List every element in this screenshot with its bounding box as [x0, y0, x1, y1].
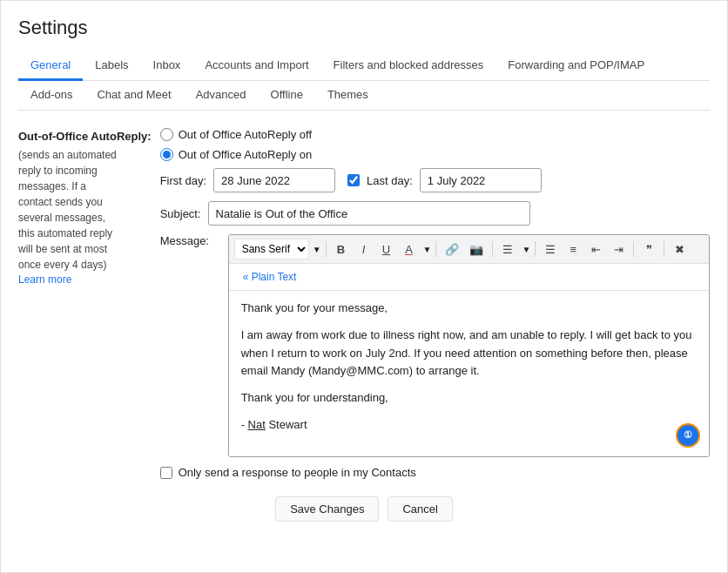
radio-on-row: Out of Office AutoReply on: [160, 148, 710, 161]
tab-labels[interactable]: Labels: [83, 51, 140, 81]
last-day-input[interactable]: [420, 168, 542, 192]
plain-text-link[interactable]: « Plain Text: [236, 267, 304, 286]
font-size-dropdown: ▼: [313, 245, 321, 254]
image-button[interactable]: 📷: [465, 239, 488, 260]
save-row: Save Changes Cancel: [18, 491, 710, 522]
page-title: Settings: [18, 17, 710, 39]
last-day-checkbox[interactable]: [347, 174, 360, 186]
editor-body[interactable]: Thank you for your message, I am away fr…: [229, 291, 709, 456]
radio-on-label: Out of Office AutoReply on: [179, 148, 313, 161]
font-color-button[interactable]: A: [399, 239, 420, 260]
section-label-block: Out-of-Office AutoReply: (sends an autom…: [18, 128, 160, 286]
learn-more-link[interactable]: Learn more: [18, 273, 71, 286]
dates-row: First day: Last day:: [160, 168, 710, 192]
save-button[interactable]: Save Changes: [275, 496, 379, 522]
last-day-label: Last day:: [367, 174, 413, 187]
tab-addons[interactable]: Add-ons: [18, 81, 84, 111]
section-content: Out of Office AutoReply off Out of Offic…: [160, 128, 710, 491]
only-contacts-checkbox[interactable]: [160, 467, 172, 479]
sep2: [435, 241, 436, 257]
tab-forwarding[interactable]: Forwarding and POP/IMAP: [495, 51, 657, 81]
first-day-group: First day:: [160, 168, 335, 192]
italic-button[interactable]: I: [354, 239, 374, 260]
radio-off[interactable]: [160, 128, 173, 141]
message-section: Message: Sans Serif ▼ B I U A ▼: [160, 234, 710, 457]
message-sig: - Nat Stewart: [241, 416, 697, 435]
last-day-group: Last day:: [347, 168, 542, 192]
font-family-select[interactable]: Sans Serif: [234, 239, 309, 260]
align-dropdown: ▼: [522, 245, 530, 254]
tab-accounts-import[interactable]: Accounts and Import: [192, 51, 320, 81]
tab-chat-meet[interactable]: Chat and Meet: [84, 81, 183, 111]
message-p3: Thank you for understanding,: [241, 389, 697, 408]
out-of-office-section: Out-of-Office AutoReply: (sends an autom…: [18, 128, 710, 491]
sig-name: Nat: [248, 418, 266, 431]
clear-format-button[interactable]: ✖: [669, 239, 690, 260]
bold-button[interactable]: B: [331, 239, 352, 260]
tab-themes[interactable]: Themes: [315, 81, 381, 111]
subject-label: Subject:: [160, 207, 201, 220]
message-label: Message:: [160, 234, 221, 247]
tab-general[interactable]: General: [18, 51, 83, 81]
radio-off-label: Out of Office AutoReply off: [179, 128, 312, 141]
only-contacts-row: Only send a response to people in my Con…: [160, 466, 710, 479]
subject-input[interactable]: [208, 201, 530, 226]
first-day-label: First day:: [160, 174, 206, 187]
subject-row: Subject:: [160, 201, 710, 226]
link-button[interactable]: 🔗: [441, 239, 463, 260]
indent-more-button[interactable]: ⇥: [608, 239, 629, 260]
sep4: [535, 241, 536, 257]
underline-button[interactable]: U: [376, 239, 397, 260]
sep6: [664, 241, 664, 257]
tabs-row2: Add-ons Chat and Meet Advanced Offline T…: [18, 81, 710, 111]
message-p1: Thank you for your message,: [241, 300, 697, 318]
only-contacts-label: Only send a response to people in my Con…: [179, 466, 416, 479]
cancel-button[interactable]: Cancel: [388, 496, 452, 522]
ul-button[interactable]: ≡: [563, 239, 583, 260]
tab-inbox[interactable]: Inbox: [141, 51, 193, 81]
section-label: Out-of-Office AutoReply:: [18, 128, 152, 145]
font-color-dropdown: ▼: [423, 245, 432, 254]
tab-advanced[interactable]: Advanced: [184, 81, 259, 111]
section-desc: (sends an automated reply to incoming me…: [18, 147, 123, 273]
tab-offline[interactable]: Offline: [259, 81, 315, 111]
sep5: [633, 241, 634, 257]
radio-on[interactable]: [160, 148, 173, 161]
quote-button[interactable]: ❞: [638, 239, 659, 260]
karma-badge: ①: [676, 423, 700, 448]
ol-button[interactable]: ☰: [540, 239, 561, 260]
first-day-input[interactable]: [213, 168, 335, 192]
radio-off-row: Out of Office AutoReply off: [160, 128, 710, 141]
tab-filters[interactable]: Filters and blocked addresses: [321, 51, 496, 81]
sep3: [492, 241, 493, 257]
editor-wrapper: Sans Serif ▼ B I U A ▼ 🔗 📷: [228, 234, 710, 457]
indent-less-button[interactable]: ⇤: [585, 239, 606, 260]
editor-toolbar: Sans Serif ▼ B I U A ▼ 🔗 📷: [229, 235, 709, 264]
tabs-row1: General Labels Inbox Accounts and Import…: [18, 51, 710, 81]
message-p2: I am away from work due to illness right…: [241, 327, 697, 381]
sep1: [326, 241, 327, 257]
align-button[interactable]: ☰: [497, 239, 518, 260]
